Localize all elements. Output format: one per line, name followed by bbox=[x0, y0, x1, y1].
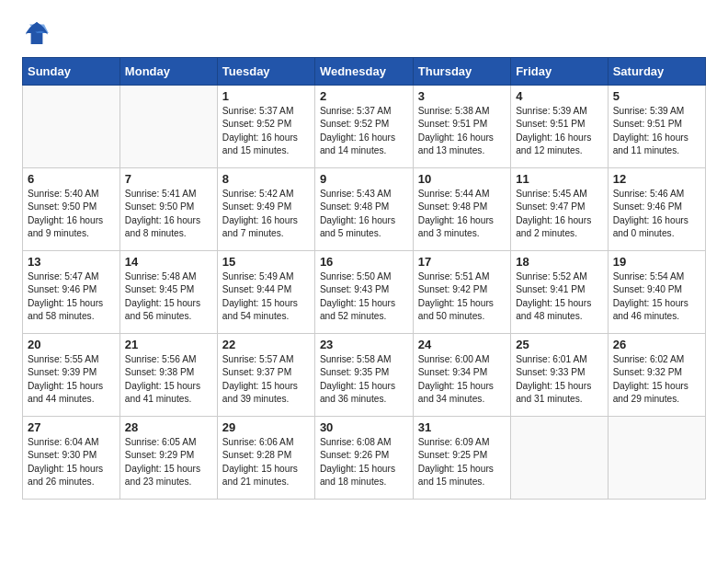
day-number: 8 bbox=[222, 172, 310, 186]
day-number: 2 bbox=[320, 89, 408, 103]
day-info: Sunrise: 5:58 AM Sunset: 9:35 PM Dayligh… bbox=[320, 353, 408, 406]
calendar-header-thursday: Thursday bbox=[413, 58, 510, 86]
day-info: Sunrise: 5:45 AM Sunset: 9:47 PM Dayligh… bbox=[516, 188, 603, 240]
calendar-week-row: 13Sunrise: 5:47 AM Sunset: 9:46 PM Dayli… bbox=[23, 251, 706, 334]
calendar-cell: 12Sunrise: 5:46 AM Sunset: 9:46 PM Dayli… bbox=[608, 168, 705, 251]
calendar-table: SundayMondayTuesdayWednesdayThursdayFrid… bbox=[22, 57, 706, 500]
calendar-week-row: 1Sunrise: 5:37 AM Sunset: 9:52 PM Daylig… bbox=[23, 86, 706, 168]
calendar-cell: 3Sunrise: 5:38 AM Sunset: 9:51 PM Daylig… bbox=[413, 86, 510, 168]
calendar-cell: 4Sunrise: 5:39 AM Sunset: 9:51 PM Daylig… bbox=[511, 86, 609, 168]
day-number: 18 bbox=[516, 255, 603, 269]
calendar-header-wednesday: Wednesday bbox=[314, 58, 413, 86]
calendar-header-friday: Friday bbox=[511, 58, 609, 86]
day-info: Sunrise: 5:49 AM Sunset: 9:44 PM Dayligh… bbox=[222, 270, 310, 323]
calendar-cell: 24Sunrise: 6:00 AM Sunset: 9:34 PM Dayli… bbox=[413, 334, 510, 417]
calendar-cell bbox=[23, 86, 120, 168]
day-info: Sunrise: 5:46 AM Sunset: 9:46 PM Dayligh… bbox=[613, 188, 700, 240]
day-info: Sunrise: 5:47 AM Sunset: 9:46 PM Dayligh… bbox=[28, 270, 115, 323]
day-info: Sunrise: 5:38 AM Sunset: 9:51 PM Dayligh… bbox=[418, 105, 506, 157]
day-number: 20 bbox=[28, 338, 115, 351]
day-number: 3 bbox=[418, 89, 506, 103]
day-number: 15 bbox=[222, 255, 310, 269]
day-info: Sunrise: 5:39 AM Sunset: 9:51 PM Dayligh… bbox=[516, 105, 603, 157]
day-number: 26 bbox=[613, 338, 700, 351]
calendar-cell: 16Sunrise: 5:50 AM Sunset: 9:43 PM Dayli… bbox=[314, 251, 413, 334]
calendar-cell: 23Sunrise: 5:58 AM Sunset: 9:35 PM Dayli… bbox=[314, 334, 413, 417]
day-number: 10 bbox=[418, 172, 506, 186]
calendar-week-row: 6Sunrise: 5:40 AM Sunset: 9:50 PM Daylig… bbox=[23, 168, 706, 251]
calendar-cell: 2Sunrise: 5:37 AM Sunset: 9:52 PM Daylig… bbox=[314, 86, 413, 168]
day-number: 17 bbox=[418, 255, 506, 269]
day-number: 14 bbox=[125, 255, 212, 269]
day-info: Sunrise: 5:52 AM Sunset: 9:41 PM Dayligh… bbox=[516, 270, 603, 323]
day-info: Sunrise: 5:37 AM Sunset: 9:52 PM Dayligh… bbox=[222, 105, 310, 157]
calendar-cell: 19Sunrise: 5:54 AM Sunset: 9:40 PM Dayli… bbox=[608, 251, 705, 334]
calendar-week-row: 20Sunrise: 5:55 AM Sunset: 9:39 PM Dayli… bbox=[23, 334, 706, 417]
day-info: Sunrise: 5:57 AM Sunset: 9:37 PM Dayligh… bbox=[222, 353, 310, 406]
calendar-cell: 29Sunrise: 6:06 AM Sunset: 9:28 PM Dayli… bbox=[217, 417, 314, 500]
logo bbox=[22, 18, 55, 48]
day-info: Sunrise: 5:48 AM Sunset: 9:45 PM Dayligh… bbox=[125, 270, 212, 323]
calendar-cell: 28Sunrise: 6:05 AM Sunset: 9:29 PM Dayli… bbox=[119, 417, 217, 500]
day-info: Sunrise: 5:43 AM Sunset: 9:48 PM Dayligh… bbox=[320, 188, 408, 240]
day-number: 29 bbox=[222, 420, 310, 434]
calendar-header-tuesday: Tuesday bbox=[217, 58, 314, 86]
calendar-cell: 7Sunrise: 5:41 AM Sunset: 9:50 PM Daylig… bbox=[119, 168, 217, 251]
day-info: Sunrise: 5:56 AM Sunset: 9:38 PM Dayligh… bbox=[125, 353, 212, 406]
day-number: 30 bbox=[320, 420, 408, 434]
day-info: Sunrise: 6:09 AM Sunset: 9:25 PM Dayligh… bbox=[418, 436, 506, 488]
calendar-header-saturday: Saturday bbox=[608, 58, 705, 86]
day-number: 4 bbox=[516, 89, 603, 103]
header bbox=[22, 18, 706, 48]
day-number: 13 bbox=[28, 255, 115, 269]
day-number: 12 bbox=[613, 172, 700, 186]
day-number: 6 bbox=[28, 172, 115, 186]
day-number: 25 bbox=[516, 338, 603, 351]
calendar-cell: 17Sunrise: 5:51 AM Sunset: 9:42 PM Dayli… bbox=[413, 251, 510, 334]
calendar-cell: 9Sunrise: 5:43 AM Sunset: 9:48 PM Daylig… bbox=[314, 168, 413, 251]
calendar-cell: 30Sunrise: 6:08 AM Sunset: 9:26 PM Dayli… bbox=[314, 417, 413, 500]
calendar-cell: 5Sunrise: 5:39 AM Sunset: 9:51 PM Daylig… bbox=[608, 86, 705, 168]
day-info: Sunrise: 5:50 AM Sunset: 9:43 PM Dayligh… bbox=[320, 270, 408, 323]
day-info: Sunrise: 6:01 AM Sunset: 9:33 PM Dayligh… bbox=[516, 353, 603, 406]
day-info: Sunrise: 5:39 AM Sunset: 9:51 PM Dayligh… bbox=[613, 105, 700, 157]
calendar-cell: 21Sunrise: 5:56 AM Sunset: 9:38 PM Dayli… bbox=[119, 334, 217, 417]
day-info: Sunrise: 5:51 AM Sunset: 9:42 PM Dayligh… bbox=[418, 270, 506, 323]
calendar-cell bbox=[608, 417, 705, 500]
day-number: 19 bbox=[613, 255, 700, 269]
day-info: Sunrise: 6:06 AM Sunset: 9:28 PM Dayligh… bbox=[222, 436, 310, 488]
calendar-cell: 22Sunrise: 5:57 AM Sunset: 9:37 PM Dayli… bbox=[217, 334, 314, 417]
day-number: 28 bbox=[125, 420, 212, 434]
day-number: 1 bbox=[222, 89, 310, 103]
calendar-cell: 6Sunrise: 5:40 AM Sunset: 9:50 PM Daylig… bbox=[23, 168, 120, 251]
calendar-cell: 18Sunrise: 5:52 AM Sunset: 9:41 PM Dayli… bbox=[511, 251, 609, 334]
calendar-cell: 27Sunrise: 6:04 AM Sunset: 9:30 PM Dayli… bbox=[23, 417, 120, 500]
calendar-header-row: SundayMondayTuesdayWednesdayThursdayFrid… bbox=[23, 58, 706, 86]
day-info: Sunrise: 5:40 AM Sunset: 9:50 PM Dayligh… bbox=[28, 188, 115, 240]
calendar-cell: 11Sunrise: 5:45 AM Sunset: 9:47 PM Dayli… bbox=[511, 168, 609, 251]
calendar-cell: 26Sunrise: 6:02 AM Sunset: 9:32 PM Dayli… bbox=[608, 334, 705, 417]
day-number: 24 bbox=[418, 338, 506, 351]
day-number: 21 bbox=[125, 338, 212, 351]
calendar-cell bbox=[119, 86, 217, 168]
day-info: Sunrise: 6:08 AM Sunset: 9:26 PM Dayligh… bbox=[320, 436, 408, 488]
day-info: Sunrise: 5:41 AM Sunset: 9:50 PM Dayligh… bbox=[125, 188, 212, 240]
calendar-header-monday: Monday bbox=[119, 58, 217, 86]
day-number: 22 bbox=[222, 338, 310, 351]
day-number: 9 bbox=[320, 172, 408, 186]
day-info: Sunrise: 5:55 AM Sunset: 9:39 PM Dayligh… bbox=[28, 353, 115, 406]
calendar-cell: 31Sunrise: 6:09 AM Sunset: 9:25 PM Dayli… bbox=[413, 417, 510, 500]
calendar-week-row: 27Sunrise: 6:04 AM Sunset: 9:30 PM Dayli… bbox=[23, 417, 706, 500]
calendar-cell: 25Sunrise: 6:01 AM Sunset: 9:33 PM Dayli… bbox=[511, 334, 609, 417]
calendar-cell: 20Sunrise: 5:55 AM Sunset: 9:39 PM Dayli… bbox=[23, 334, 120, 417]
logo-icon bbox=[22, 18, 51, 48]
calendar-cell: 1Sunrise: 5:37 AM Sunset: 9:52 PM Daylig… bbox=[217, 86, 314, 168]
day-info: Sunrise: 6:02 AM Sunset: 9:32 PM Dayligh… bbox=[613, 353, 700, 406]
day-info: Sunrise: 5:44 AM Sunset: 9:48 PM Dayligh… bbox=[418, 188, 506, 240]
day-number: 7 bbox=[125, 172, 212, 186]
calendar-cell: 15Sunrise: 5:49 AM Sunset: 9:44 PM Dayli… bbox=[217, 251, 314, 334]
day-number: 16 bbox=[320, 255, 408, 269]
calendar-cell: 8Sunrise: 5:42 AM Sunset: 9:49 PM Daylig… bbox=[217, 168, 314, 251]
day-number: 31 bbox=[418, 420, 506, 434]
calendar-cell: 13Sunrise: 5:47 AM Sunset: 9:46 PM Dayli… bbox=[23, 251, 120, 334]
